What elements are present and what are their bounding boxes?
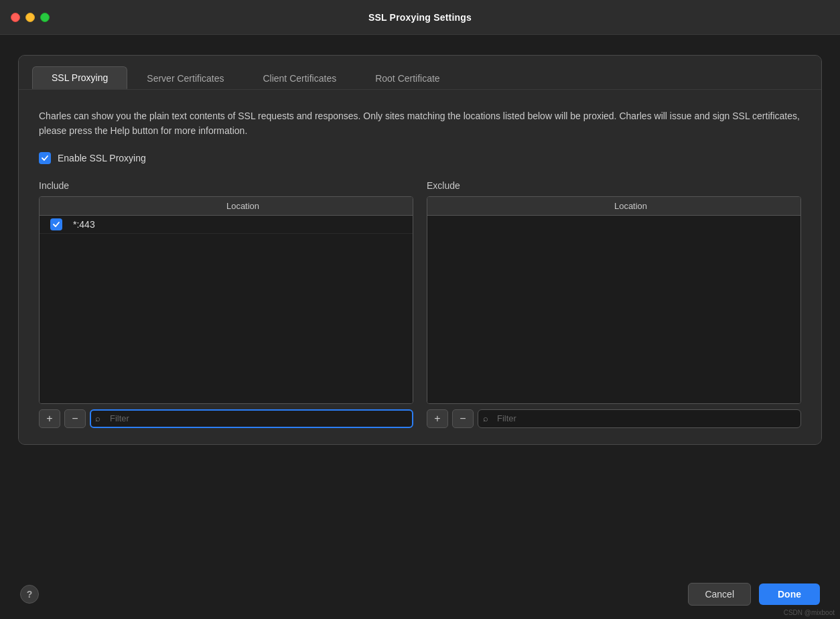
include-add-button[interactable]: + <box>39 409 60 428</box>
include-panel: Include Location <box>39 180 413 428</box>
include-remove-button[interactable]: − <box>64 409 86 428</box>
include-label: Include <box>39 180 413 191</box>
exclude-toolbar: + − ⌕ <box>427 409 801 428</box>
row-checkbox-checked[interactable] <box>50 218 62 230</box>
include-filter-wrapper: ⌕ <box>90 409 413 428</box>
exclude-table-wrapper: Location <box>427 196 801 404</box>
include-table-header: Location <box>40 197 413 216</box>
exclude-table-body <box>427 216 800 403</box>
row-checkbox-col <box>40 218 73 230</box>
dialog-container: SSL Proxying Server Certificates Client … <box>18 55 822 445</box>
done-button[interactable]: Done <box>759 583 820 605</box>
include-filter-input[interactable] <box>90 409 413 428</box>
minimize-button[interactable] <box>25 13 35 22</box>
include-table-wrapper: Location *:443 <box>39 196 413 404</box>
include-toolbar: + − ⌕ <box>39 409 413 428</box>
window-title: SSL Proxying Settings <box>368 12 472 23</box>
include-location-header: Location <box>73 201 413 211</box>
maximize-button[interactable] <box>40 13 50 22</box>
tabs-row: SSL Proxying Server Certificates Client … <box>19 56 821 90</box>
include-table-body: *:443 <box>40 216 413 403</box>
exclude-label: Exclude <box>427 180 801 191</box>
exclude-filter-wrapper: ⌕ <box>478 409 801 428</box>
tab-server-certificates[interactable]: Server Certificates <box>127 67 243 89</box>
cancel-button[interactable]: Cancel <box>688 583 751 606</box>
exclude-location-header: Location <box>461 201 800 211</box>
watermark: CSDN @mixboot <box>784 609 835 616</box>
enable-ssl-row[interactable]: Enable SSL Proxying <box>39 152 801 164</box>
row-location: *:443 <box>73 219 413 230</box>
tab-root-certificate[interactable]: Root Certificate <box>356 67 459 89</box>
tab-client-certificates[interactable]: Client Certificates <box>243 67 356 89</box>
table-row[interactable]: *:443 <box>40 216 413 234</box>
exclude-filter-input[interactable] <box>478 409 801 428</box>
bottom-bar: ? Cancel Done <box>0 569 840 619</box>
enable-ssl-checkbox[interactable] <box>39 152 51 164</box>
exclude-table-header: Location <box>427 197 800 216</box>
exclude-search-icon: ⌕ <box>483 413 488 423</box>
traffic-lights <box>11 13 50 22</box>
include-search-icon: ⌕ <box>95 413 100 423</box>
help-button[interactable]: ? <box>20 585 39 604</box>
exclude-panel: Exclude Location + − ⌕ <box>427 180 801 428</box>
description-text: Charles can show you the plain text cont… <box>39 109 801 139</box>
dialog-body: Charles can show you the plain text cont… <box>19 90 821 444</box>
exclude-add-button[interactable]: + <box>427 409 448 428</box>
tab-ssl-proxying[interactable]: SSL Proxying <box>32 66 127 89</box>
enable-ssl-label: Enable SSL Proxying <box>58 153 146 163</box>
title-bar: SSL Proxying Settings <box>0 0 840 35</box>
exclude-remove-button[interactable]: − <box>452 409 474 428</box>
close-button[interactable] <box>11 13 20 22</box>
tables-section: Include Location <box>39 180 801 428</box>
